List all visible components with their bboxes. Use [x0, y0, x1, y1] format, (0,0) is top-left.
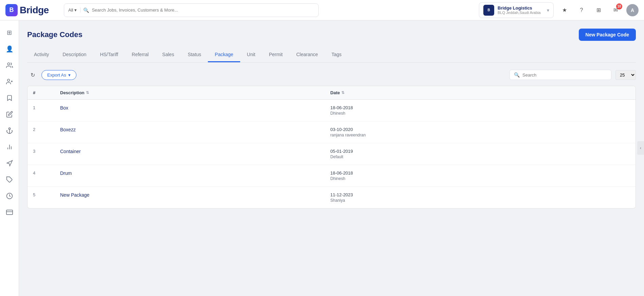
favorites-button[interactable]: ★	[558, 4, 571, 16]
chevron-down-icon: ▾	[68, 72, 71, 78]
table-row[interactable]: 4 Drum 18-06-2018 Dhinesh	[28, 165, 636, 187]
row-date: 05-01-2019	[330, 149, 630, 154]
col-description[interactable]: Description ⇅	[55, 86, 325, 100]
sidebar: ⊞ 👤	[0, 20, 19, 296]
sidebar-icon-user[interactable]: 👤	[3, 42, 16, 56]
tab-tags[interactable]: Tags	[325, 48, 348, 62]
nav-right: B Bridge Logistics BLQ Jeddah,Saudi Arab…	[479, 2, 639, 18]
svg-point-4	[8, 128, 10, 130]
row-description: Boxezz	[60, 127, 76, 132]
row-user: Dhinesh	[330, 111, 630, 116]
sidebar-icon-users[interactable]	[3, 59, 16, 72]
tab-unit[interactable]: Unit	[240, 48, 262, 62]
tab-referral[interactable]: Referral	[125, 48, 156, 62]
page-size-select[interactable]: 25 50 100	[615, 70, 636, 80]
col-num: #	[28, 86, 55, 100]
sidebar-icon-tag[interactable]	[3, 173, 16, 186]
apps-button[interactable]: ⊞	[592, 4, 605, 16]
page-header: Package Codes New Package Code	[27, 29, 636, 41]
chevron-down-icon: ▾	[74, 7, 77, 13]
toolbar: ↻ Export As ▾ 🔍 25 50 100	[27, 69, 636, 80]
tab-package[interactable]: Package	[208, 48, 240, 62]
main-content: Package Codes New Package Code ActivityD…	[19, 20, 644, 296]
col-date[interactable]: Date ⇅	[325, 86, 636, 100]
row-description: Drum	[60, 170, 72, 176]
tab-description[interactable]: Description	[56, 48, 93, 62]
search-category-dropdown[interactable]: All ▾	[68, 7, 80, 13]
notifications-button[interactable]: ✉ 10	[609, 4, 622, 16]
sidebar-icon-navigation[interactable]	[3, 157, 16, 170]
help-button[interactable]: ?	[575, 4, 588, 16]
row-num: 1	[33, 105, 35, 110]
tab-clearance[interactable]: Clearance	[289, 48, 325, 62]
row-num: 5	[33, 192, 35, 197]
row-description: Container	[60, 149, 81, 154]
svg-point-1	[7, 79, 10, 82]
row-date: 11-12-2023	[330, 192, 630, 197]
scroll-indicator[interactable]: ‹	[637, 141, 644, 155]
tab-bar: ActivityDescriptionHS/TariffReferralSale…	[27, 48, 636, 63]
logo-icon: B	[5, 4, 18, 16]
global-search-bar[interactable]: All ▾ 🔍	[64, 3, 319, 17]
sidebar-icon-edit[interactable]	[3, 108, 16, 121]
global-search-input[interactable]	[92, 7, 314, 13]
sort-icon-date: ⇅	[341, 91, 344, 95]
company-sub: BLQ Jeddah,Saudi Arabia	[498, 11, 543, 15]
tab-status[interactable]: Status	[181, 48, 208, 62]
tab-activity[interactable]: Activity	[27, 48, 56, 62]
toolbar-right: 🔍 25 50 100	[509, 70, 636, 80]
search-icon: 🔍	[83, 7, 89, 13]
sort-icon-description: ⇅	[86, 91, 89, 95]
row-user: Shaniya	[330, 198, 630, 203]
table-search-field[interactable]: 🔍	[509, 70, 611, 80]
row-user: Default	[330, 154, 630, 159]
svg-point-0	[7, 63, 10, 65]
sidebar-icon-card[interactable]	[3, 205, 16, 219]
table-search-input[interactable]	[522, 72, 607, 78]
row-date: 03-10-2020	[330, 127, 630, 132]
export-button[interactable]: Export As ▾	[41, 70, 76, 80]
notification-badge: 10	[616, 3, 622, 10]
search-icon: 🔍	[514, 72, 520, 78]
row-description: Box	[60, 105, 68, 111]
company-info: Bridge Logistics BLQ Jeddah,Saudi Arabia	[498, 5, 543, 15]
sidebar-icon-chart[interactable]	[3, 140, 16, 154]
sidebar-icon-bookmark[interactable]	[3, 91, 16, 105]
refresh-button[interactable]: ↻	[27, 69, 38, 80]
svg-marker-9	[7, 161, 12, 166]
export-label: Export As	[47, 72, 66, 78]
company-name: Bridge Logistics	[498, 5, 543, 11]
sidebar-icon-clock[interactable]	[3, 189, 16, 203]
sidebar-icon-user-plus[interactable]	[3, 75, 16, 88]
table-header-row: # Description ⇅ Date ⇅	[28, 86, 636, 100]
company-selector[interactable]: B Bridge Logistics BLQ Jeddah,Saudi Arab…	[479, 2, 554, 18]
row-user: Dhinesh	[330, 176, 630, 181]
row-num: 3	[33, 149, 35, 154]
row-user: ranjana raveendran	[330, 133, 630, 137]
logo-area: B Bridge	[5, 4, 60, 16]
tab-hs-tariff[interactable]: HS/Tariff	[93, 48, 125, 62]
logo-text: Bridge	[20, 5, 49, 16]
table-row[interactable]: 3 Container 05-01-2019 Default	[28, 143, 636, 165]
top-navigation: B Bridge All ▾ 🔍 B Bridge Logistics BLQ …	[0, 0, 644, 20]
row-num: 4	[33, 170, 35, 176]
table-row[interactable]: 1 Box 18-06-2018 Dhinesh	[28, 100, 636, 121]
tab-sales[interactable]: Sales	[156, 48, 181, 62]
row-description: New Package	[60, 192, 89, 198]
svg-rect-12	[6, 210, 12, 214]
row-date: 18-06-2018	[330, 105, 630, 110]
search-category-label: All	[68, 7, 73, 13]
row-num: 2	[33, 127, 35, 132]
row-date: 18-06-2018	[330, 170, 630, 176]
user-avatar[interactable]: A	[626, 4, 639, 16]
new-package-code-button[interactable]: New Package Code	[579, 29, 636, 41]
chevron-down-icon: ▾	[547, 7, 549, 13]
toolbar-left: ↻ Export As ▾	[27, 69, 76, 80]
table-row[interactable]: 2 Boxezz 03-10-2020 ranjana raveendran	[28, 121, 636, 143]
tab-permit[interactable]: Permit	[262, 48, 289, 62]
sidebar-icon-anchor[interactable]	[3, 124, 16, 137]
sidebar-icon-grid[interactable]: ⊞	[3, 26, 16, 39]
table-row[interactable]: 5 New Package 11-12-2023 Shaniya	[28, 187, 636, 209]
data-table: # Description ⇅ Date ⇅	[27, 86, 636, 209]
page-title: Package Codes	[27, 30, 83, 39]
